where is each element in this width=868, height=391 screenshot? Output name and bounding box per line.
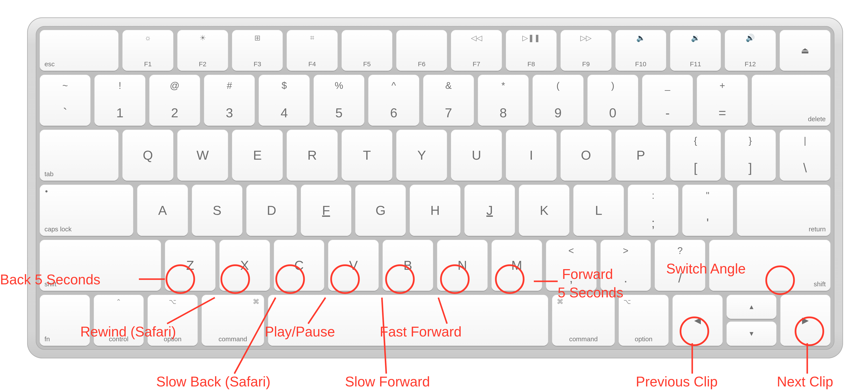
right-option-key[interactable]: ⌥option [619, 295, 669, 346]
c-key[interactable]: C [274, 240, 324, 291]
l-key[interactable]: L [573, 185, 624, 236]
one-key[interactable]: !1 [94, 75, 145, 126]
j-key[interactable]: J [464, 185, 515, 236]
eject-key[interactable]: ⏏ [780, 30, 831, 71]
control-key[interactable]: ⌃control [94, 295, 144, 346]
eject-icon: ⏏ [801, 46, 809, 55]
left-option-key[interactable]: ⌥option [148, 295, 198, 346]
f2-key[interactable]: ☀F2 [177, 30, 228, 71]
annot-prev-clip: Previous Clip [636, 373, 718, 390]
two-key[interactable]: @2 [149, 75, 200, 126]
caps-lock-key[interactable]: caps lock [40, 185, 133, 236]
v-key[interactable]: V [328, 240, 379, 291]
f8-key[interactable]: ▷❚❚F8 [506, 30, 557, 71]
d-key[interactable]: D [246, 185, 297, 236]
f5-key[interactable]: F5 [342, 30, 392, 71]
f3-label: F3 [232, 60, 283, 68]
command-icon: ⌘ [557, 298, 563, 305]
f-key[interactable]: F [301, 185, 351, 236]
f3-key[interactable]: ⊞F3 [232, 30, 283, 71]
four-key[interactable]: $4 [259, 75, 309, 126]
h-key[interactable]: H [410, 185, 460, 236]
right-arrow-key[interactable]: ▶ [780, 295, 831, 346]
right-bracket-key[interactable]: }] [725, 130, 776, 181]
launchpad-icon: ⌗ [287, 33, 337, 42]
control-icon: ⌃ [94, 298, 144, 305]
minus-key[interactable]: _- [642, 75, 693, 126]
r-key[interactable]: R [287, 130, 337, 181]
equals-key[interactable]: += [697, 75, 748, 126]
p-key[interactable]: P [615, 130, 666, 181]
quote-key[interactable]: "' [682, 185, 733, 236]
f1-key[interactable]: ☼F1 [122, 30, 173, 71]
five-key[interactable]: %5 [314, 75, 364, 126]
left-bracket-key[interactable]: {[ [670, 130, 721, 181]
seven-key[interactable]: &7 [423, 75, 474, 126]
down-arrow-key[interactable]: ▼ [726, 322, 777, 346]
u-key[interactable]: U [451, 130, 502, 181]
three-key[interactable]: #3 [204, 75, 255, 126]
y-key[interactable]: Y [396, 130, 447, 181]
f11-label: F11 [670, 60, 721, 68]
up-arrow-key[interactable]: ▲ [726, 295, 777, 319]
volume-up-icon: 🔊 [725, 33, 776, 42]
key-deck: esc ☼F1 ☀F2 ⊞F3 ⌗F4 F5 F6 ◁◁F7 ▷❚❚F8 ▷▷F… [36, 26, 834, 350]
rewind-media-icon: ◁◁ [451, 33, 502, 42]
right-command-label: command [552, 335, 615, 343]
arrow-up-icon: ▲ [748, 303, 755, 311]
return-label: return [809, 225, 826, 233]
right-option-label: option [619, 335, 669, 343]
home-row: caps lock A S D F G H J K L :; "' return [40, 185, 831, 236]
a-key[interactable]: A [137, 185, 188, 236]
esc-key[interactable]: esc [40, 30, 119, 71]
g-key[interactable]: G [355, 185, 406, 236]
f9-label: F9 [560, 60, 611, 68]
delete-key[interactable]: delete [752, 75, 831, 126]
left-shift-key[interactable]: shift [40, 240, 161, 291]
semicolon-key[interactable]: :; [628, 185, 678, 236]
z-key[interactable]: Z [165, 240, 215, 291]
period-key[interactable]: >. [600, 240, 651, 291]
e-key[interactable]: E [232, 130, 283, 181]
return-key[interactable]: return [737, 185, 831, 236]
n-key[interactable]: N [437, 240, 488, 291]
f12-key[interactable]: 🔊F12 [725, 30, 776, 71]
f7-key[interactable]: ◁◁F7 [451, 30, 502, 71]
f10-key[interactable]: 🔈F10 [615, 30, 666, 71]
option-icon: ⌥ [148, 298, 198, 305]
slash-key[interactable]: ?/ [655, 240, 705, 291]
q-key[interactable]: Q [122, 130, 173, 181]
brightness-down-icon: ☼ [122, 33, 173, 42]
right-shift-key[interactable]: shift [709, 240, 831, 291]
m-key[interactable]: M [492, 240, 542, 291]
f11-key[interactable]: 🔉F11 [670, 30, 721, 71]
k-key[interactable]: K [519, 185, 569, 236]
caps-lock-indicator-icon [45, 190, 48, 192]
o-key[interactable]: O [560, 130, 611, 181]
b-key[interactable]: B [382, 240, 433, 291]
left-arrow-key[interactable]: ◀ [673, 295, 723, 346]
f4-key[interactable]: ⌗F4 [287, 30, 337, 71]
f9-key[interactable]: ▷▷F9 [560, 30, 611, 71]
tab-key[interactable]: tab [40, 130, 119, 181]
six-key[interactable]: ^6 [368, 75, 419, 126]
f6-key[interactable]: F6 [396, 30, 447, 71]
x-key[interactable]: X [219, 240, 270, 291]
backslash-key[interactable]: |\ [780, 130, 831, 181]
arrow-right-icon: ▶ [802, 315, 809, 325]
fn-key[interactable]: fn [40, 295, 90, 346]
t-key[interactable]: T [342, 130, 392, 181]
w-key[interactable]: W [177, 130, 228, 181]
eight-key[interactable]: *8 [478, 75, 529, 126]
nine-key[interactable]: (9 [532, 75, 583, 126]
comma-key[interactable]: <, [546, 240, 596, 291]
backtick-key[interactable]: ~` [40, 75, 91, 126]
i-key[interactable]: I [506, 130, 557, 181]
right-command-key[interactable]: ⌘command [552, 295, 615, 346]
annot-slow-back: Slow Back (Safari) [156, 373, 270, 390]
s-key[interactable]: S [192, 185, 242, 236]
left-command-key[interactable]: ⌘command [202, 295, 264, 346]
f1-label: F1 [122, 60, 173, 68]
zero-key[interactable]: )0 [587, 75, 638, 126]
space-key[interactable] [268, 295, 548, 346]
